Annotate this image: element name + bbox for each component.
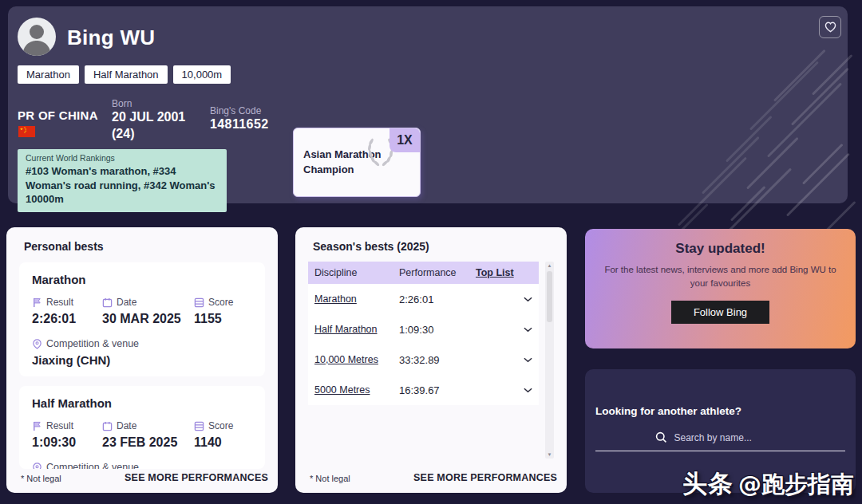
score-list-icon [194, 421, 204, 431]
stay-updated-body: For the latest news, interviews and more… [601, 263, 840, 291]
score-label: Score [208, 420, 233, 431]
watermark: 头条 @跑步指南 [682, 467, 854, 501]
score-value: 1155 [194, 312, 252, 326]
stay-updated-title: Stay updated! [585, 229, 856, 257]
see-more-performances-link[interactable]: SEE MORE PERFORMANCES [125, 472, 268, 483]
result-flag-icon [32, 297, 42, 308]
chevron-down-icon [524, 297, 532, 302]
athlete-header: Bing WU Marathon Half Marathon 10,000m P… [8, 6, 848, 203]
chevron-down-icon [524, 327, 532, 333]
not-legal-footnote: * Not legal [310, 474, 350, 483]
result-value: 2:26:01 [32, 312, 102, 326]
honour-count-badge: 1X [389, 128, 420, 152]
column-header-performance: Performance [399, 267, 476, 278]
favorite-button[interactable] [819, 16, 841, 38]
search-input[interactable] [674, 432, 786, 443]
stay-updated-card: Stay updated! For the latest news, inter… [585, 229, 856, 348]
date-value: 23 FEB 2025 [102, 435, 194, 450]
score-label: Score [208, 297, 233, 308]
venue-value: Jiaxing (CHN) [32, 353, 252, 367]
born-age: (24) [112, 127, 134, 141]
personal-bests-card: Personal bests Marathon Result 2:26:01 [6, 227, 278, 493]
venue-label: Competition & venue [46, 462, 139, 469]
expand-row-button[interactable] [524, 388, 532, 393]
discipline-link[interactable]: 5000 Metres [314, 384, 370, 396]
score-value: 1140 [194, 435, 252, 450]
watermark-handle: @跑步指南 [738, 469, 854, 501]
discipline-name: Marathon [32, 273, 252, 286]
page-title: Bing WU [67, 26, 155, 50]
nationality-label: PR OF CHINA [18, 108, 98, 122]
watermark-brand: 头条 [682, 467, 733, 501]
see-more-performances-link[interactable]: SEE MORE PERFORMANCES [413, 472, 557, 483]
follow-button[interactable]: Follow Bing [671, 301, 769, 324]
calendar-icon [102, 421, 113, 431]
discipline-link[interactable]: 10,000 Metres [314, 354, 378, 365]
date-label: Date [117, 420, 136, 431]
result-value: 1:09:30 [32, 435, 102, 450]
search-box[interactable] [595, 431, 845, 451]
result-label: Result [46, 420, 73, 431]
athlete-code-label: Bing's Code [210, 105, 261, 116]
honour-card: Asian Marathon Champion 1X [293, 128, 421, 197]
world-rankings-text: #103 Woman's marathon, #334 Woman's road… [26, 164, 219, 207]
expand-row-button[interactable] [524, 297, 532, 302]
tag-marathon[interactable]: Marathon [18, 65, 79, 84]
search-icon [655, 431, 667, 443]
expand-row-button[interactable] [524, 357, 532, 363]
heart-icon [824, 22, 836, 33]
table-row: Half Marathon 1:09:30 [308, 314, 539, 345]
column-header-top-list[interactable]: Top List [476, 267, 532, 278]
not-legal-footnote: * Not legal [21, 474, 61, 483]
seasons-bests-table: Discipline Performance Top List Marathon… [308, 262, 539, 405]
result-label: Result [46, 297, 73, 308]
location-pin-icon [32, 463, 42, 470]
discipline-name: Half Marathon [32, 396, 252, 410]
tag-half-marathon[interactable]: Half Marathon [85, 65, 168, 84]
scroll-down-arrow[interactable]: ▼ [545, 452, 554, 457]
performance-value: 1:09:30 [399, 324, 476, 336]
scrollbar-thumb[interactable] [547, 271, 552, 322]
chevron-down-icon [524, 388, 532, 393]
date-value: 30 MAR 2025 [102, 312, 194, 326]
expand-row-button[interactable] [524, 327, 532, 333]
table-header-row: Discipline Performance Top List [308, 262, 539, 284]
search-title: Looking for another athlete? [595, 405, 741, 417]
table-row: Marathon 2:26:01 [308, 284, 539, 314]
date-label: Date [117, 297, 136, 308]
calendar-icon [102, 297, 113, 308]
discipline-link[interactable]: Half Marathon [314, 324, 378, 335]
discipline-tags: Marathon Half Marathon 10,000m [18, 65, 231, 84]
score-list-icon [194, 297, 204, 308]
tag-10000m[interactable]: 10,000m [173, 65, 231, 84]
chevron-down-icon [524, 357, 532, 363]
discipline-link[interactable]: Marathon [314, 293, 357, 305]
performance-value: 2:26:01 [399, 293, 476, 305]
location-pin-icon [32, 339, 42, 349]
avatar [18, 18, 56, 56]
world-rankings-label: Current World Rankings [26, 153, 219, 163]
personal-best-entry-half-marathon: Half Marathon Result 1:09:30 [19, 386, 265, 469]
born-label: Born [112, 98, 132, 109]
personal-best-entry-marathon: Marathon Result 2:26:01 [19, 262, 265, 376]
world-rankings-box: Current World Rankings #103 Woman's mara… [18, 149, 227, 212]
performance-value: 33:32.89 [399, 354, 476, 366]
column-header-discipline: Discipline [314, 267, 399, 278]
athlete-code-value: 14811652 [210, 117, 269, 132]
seasons-bests-card: Season's bests (2025) Discipline Perform… [295, 227, 567, 493]
born-date: 20 JUL 2001 [112, 110, 185, 124]
venue-label: Competition & venue [46, 338, 139, 349]
seasons-bests-title: Season's bests (2025) [295, 227, 567, 259]
scroll-up-arrow[interactable]: ▲ [545, 263, 554, 268]
table-row: 10,000 Metres 33:32.89 [308, 345, 539, 375]
table-row: 5000 Metres 16:39.67 [308, 375, 539, 405]
table-scrollbar[interactable]: ▲ ▼ [545, 262, 554, 459]
result-flag-icon [32, 421, 42, 431]
person-silhouette-icon [18, 18, 56, 56]
china-flag-icon [18, 126, 35, 137]
performance-value: 16:39.67 [399, 384, 476, 396]
personal-bests-title: Personal bests [6, 227, 278, 259]
